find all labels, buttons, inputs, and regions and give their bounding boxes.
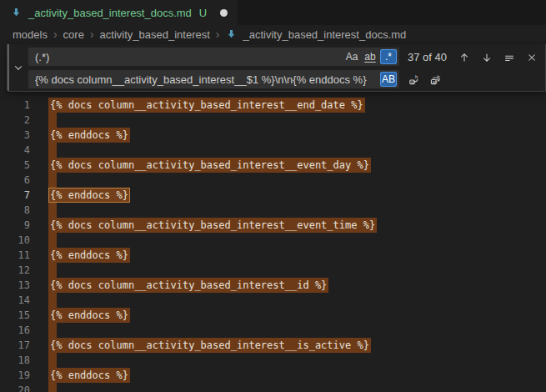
replace-button[interactable]: b c xyxy=(407,72,422,87)
preserve-case-toggle[interactable]: AB xyxy=(380,72,397,87)
editor-line[interactable]: 8 xyxy=(0,203,546,218)
resize-sash[interactable] xyxy=(8,44,9,91)
whole-word-toggle[interactable]: ab xyxy=(362,49,378,64)
replace-input-value: {% docs column__activity_based_interest_… xyxy=(35,73,378,86)
breadcrumb-item-models[interactable]: models xyxy=(13,28,48,41)
line-content: {% enddocs %} xyxy=(50,368,130,383)
find-match: {% enddocs %} xyxy=(48,248,130,263)
next-match-button[interactable] xyxy=(479,50,494,65)
empty-match-highlight xyxy=(48,143,57,158)
breadcrumb-file-label: _activity_based_interest_docs.md xyxy=(243,28,406,41)
empty-match-highlight xyxy=(48,353,57,368)
line-content: {% docs column__activity_based_interest_… xyxy=(50,218,377,233)
line-number: 1 xyxy=(0,98,30,113)
find-in-selection-button[interactable] xyxy=(502,50,517,65)
editor-line[interactable]: 1{% docs column__activity_based_interest… xyxy=(0,98,546,113)
line-content: {% docs column__activity_based_interest_… xyxy=(50,338,371,353)
editor-line[interactable]: 6 xyxy=(0,173,546,188)
find-actions xyxy=(457,50,539,65)
editor-lines: 1{% docs column__activity_based_interest… xyxy=(0,43,546,392)
chevron-right-icon: › xyxy=(216,28,220,40)
line-number: 15 xyxy=(0,308,30,323)
replace-all-button[interactable]: b ac xyxy=(428,72,443,87)
line-number: 10 xyxy=(0,233,30,248)
breadcrumb-item-activity-based-interest[interactable]: activity_based_interest xyxy=(100,28,210,41)
find-input[interactable]: (.*) Aa ab .* xyxy=(28,48,399,66)
previous-match-button[interactable] xyxy=(457,50,472,65)
modified-dot-icon[interactable] xyxy=(220,9,228,17)
tab-filename: _activity_based_interest_docs.md xyxy=(28,7,192,19)
line-number: 5 xyxy=(0,158,30,173)
line-content xyxy=(50,143,57,158)
match-case-toggle[interactable]: Aa xyxy=(343,49,360,64)
editor-line[interactable]: 19{% enddocs %} xyxy=(0,368,546,383)
line-content xyxy=(50,353,57,368)
close-find-widget-button[interactable] xyxy=(524,50,539,65)
editor-line[interactable]: 17{% docs column__activity_based_interes… xyxy=(0,338,546,353)
line-content xyxy=(50,293,57,308)
editor-line[interactable]: 15{% enddocs %} xyxy=(0,308,546,323)
line-number: 7 xyxy=(0,188,30,203)
editor-line[interactable]: 2 xyxy=(0,113,546,128)
find-match: {% docs column__activity_based_interest_… xyxy=(48,338,371,353)
line-number: 3 xyxy=(0,128,30,143)
line-content xyxy=(50,113,57,128)
empty-match-highlight xyxy=(48,113,57,128)
find-match: {% docs column__activity_based_interest_… xyxy=(48,158,371,173)
line-content xyxy=(50,263,57,278)
editor-line[interactable]: 5{% docs column__activity_based_interest… xyxy=(0,158,546,173)
svg-text:ac: ac xyxy=(432,78,437,83)
editor[interactable]: 1{% docs column__activity_based_interest… xyxy=(0,43,546,392)
line-content: {% docs column__activity_based_interest_… xyxy=(50,158,371,173)
line-number: 4 xyxy=(0,143,30,158)
find-replace-widget: (.*) Aa ab .* 37 of 40 xyxy=(7,44,546,92)
line-content: {% docs column__activity_based_interest_… xyxy=(50,98,365,113)
line-number: 9 xyxy=(0,218,30,233)
editor-line[interactable]: 11{% enddocs %} xyxy=(0,248,546,263)
line-number: 2 xyxy=(0,113,30,128)
line-number: 16 xyxy=(0,323,30,338)
editor-line[interactable]: 10 xyxy=(0,233,546,248)
empty-match-highlight xyxy=(48,323,57,338)
line-number: 17 xyxy=(0,338,30,353)
current-find-match: {% enddocs %} xyxy=(48,188,130,203)
line-content xyxy=(50,383,57,392)
empty-match-highlight xyxy=(48,293,57,308)
line-content: {% enddocs %} xyxy=(50,248,130,263)
line-content xyxy=(50,173,57,188)
replace-input[interactable]: {% docs column__activity_based_interest_… xyxy=(28,70,399,88)
line-content xyxy=(50,203,57,218)
line-number: 18 xyxy=(0,353,30,368)
find-match: {% enddocs %} xyxy=(48,308,130,323)
find-match: {% docs column__activity_based_interest_… xyxy=(48,218,377,233)
svg-text:c: c xyxy=(411,79,413,84)
line-number: 12 xyxy=(0,263,30,278)
find-match: {% enddocs %} xyxy=(48,368,130,383)
editor-line[interactable]: 12 xyxy=(0,263,546,278)
breadcrumb-item-file[interactable]: _activity_based_interest_docs.md xyxy=(225,28,406,41)
find-input-value: (.*) xyxy=(35,51,342,63)
line-content: {% enddocs %} xyxy=(50,188,130,203)
toggle-replace-button[interactable] xyxy=(12,61,25,74)
editor-line[interactable]: 14 xyxy=(0,293,546,308)
git-status-badge: U xyxy=(199,7,207,19)
editor-line[interactable]: 7{% enddocs %} xyxy=(0,188,546,203)
editor-line[interactable]: 20 xyxy=(0,383,546,392)
replace-all-icon: b ac xyxy=(430,73,443,86)
editor-line[interactable]: 3{% enddocs %} xyxy=(0,128,546,143)
line-number: 13 xyxy=(0,278,30,293)
breadcrumb-item-core[interactable]: core xyxy=(63,28,84,41)
svg-text:b: b xyxy=(414,73,418,79)
editor-line[interactable]: 18 xyxy=(0,353,546,368)
tab-bar: _activity_based_interest_docs.md U xyxy=(0,0,546,25)
use-regex-toggle[interactable]: .* xyxy=(380,49,397,64)
line-content xyxy=(50,233,57,248)
editor-line[interactable]: 16 xyxy=(0,323,546,338)
editor-tab[interactable]: _activity_based_interest_docs.md U xyxy=(0,0,238,25)
arrow-down-icon xyxy=(481,52,493,63)
markdown-file-icon xyxy=(10,7,23,19)
breadcrumb: models › core › activity_based_interest … xyxy=(0,25,546,43)
editor-line[interactable]: 4 xyxy=(0,143,546,158)
editor-line[interactable]: 13{% docs column__activity_based_interes… xyxy=(0,278,546,293)
editor-line[interactable]: 9{% docs column__activity_based_interest… xyxy=(0,218,546,233)
